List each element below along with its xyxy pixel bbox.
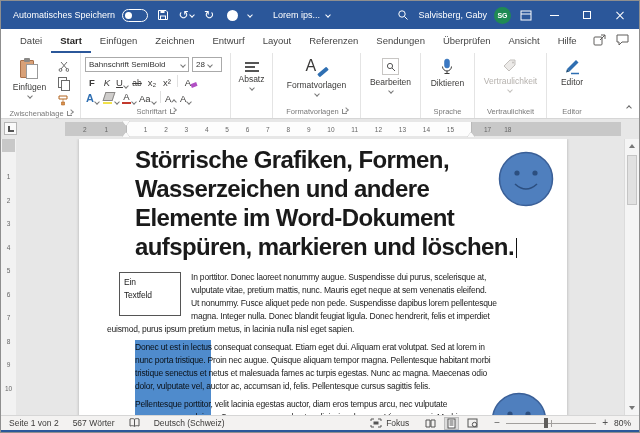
font-name-combobox[interactable]: Bahnschrift SemiBold bbox=[85, 57, 189, 72]
clipboard-dialog-launcher-icon[interactable] bbox=[67, 111, 72, 116]
zoom-slider-thumb[interactable] bbox=[544, 418, 548, 428]
status-bar: Seite 1 von 2 567 Wörter Deutsch (Schwei… bbox=[1, 415, 639, 430]
tab-referenzen[interactable]: Referenzen bbox=[300, 29, 367, 53]
focus-button[interactable]: Fokus bbox=[370, 418, 409, 428]
zoom-slider[interactable] bbox=[506, 423, 596, 424]
comment-icon[interactable] bbox=[616, 34, 629, 48]
paste-button[interactable]: Einfügen bbox=[7, 55, 53, 98]
editing-button[interactable]: Bearbeiten bbox=[364, 55, 417, 93]
format-painter-button[interactable] bbox=[52, 92, 74, 108]
language-indicator[interactable]: Deutsch (Schweiz) bbox=[154, 418, 225, 428]
tab-sendungen[interactable]: Sendungen bbox=[367, 29, 434, 53]
shrink-font-button[interactable]: A bbox=[179, 90, 193, 104]
ruler-text-area: 123456789101112131415 bbox=[126, 122, 472, 136]
tab-ueberpruefen[interactable]: Überprüfen bbox=[434, 29, 500, 53]
underline-button[interactable]: U bbox=[115, 74, 129, 88]
grow-font-button[interactable]: A bbox=[164, 90, 178, 104]
speech-group: Diktieren Sprache bbox=[421, 53, 475, 118]
paragraph-button[interactable]: Absatz bbox=[233, 55, 271, 90]
right-indent-marker[interactable] bbox=[467, 132, 475, 137]
zoom-in-button[interactable]: + bbox=[602, 418, 608, 428]
qat-overflow-icon[interactable] bbox=[247, 12, 253, 18]
clipboard-group-label: Zwischenablage bbox=[3, 108, 78, 118]
editor-button[interactable]: Editor bbox=[555, 55, 589, 87]
autosave-toggle[interactable] bbox=[122, 9, 148, 22]
focus-label: Fokus bbox=[386, 418, 409, 428]
clear-formatting-button[interactable]: A bbox=[181, 74, 195, 88]
hanging-indent-marker[interactable] bbox=[122, 132, 130, 137]
dictate-button[interactable]: Diktieren bbox=[425, 55, 471, 88]
document-page[interactable]: Störrische Grafiken, Formen, Wasserzeich… bbox=[79, 139, 567, 415]
web-layout-icon bbox=[467, 418, 478, 428]
search-icon[interactable] bbox=[395, 6, 411, 24]
underline-dropdown-icon bbox=[123, 83, 129, 89]
close-icon bbox=[615, 10, 625, 20]
user-avatar[interactable]: SG bbox=[494, 7, 511, 24]
print-layout-button[interactable] bbox=[444, 417, 459, 430]
word-count[interactable]: 567 Wörter bbox=[73, 418, 115, 428]
web-layout-button[interactable] bbox=[465, 417, 480, 430]
tab-stop-selector[interactable] bbox=[4, 122, 17, 135]
document-title[interactable]: Lorem ips... bbox=[273, 10, 330, 20]
subscript-button[interactable]: x₂ bbox=[145, 74, 159, 88]
zoom-level[interactable]: 80% bbox=[614, 418, 631, 428]
vertical-scrollbar[interactable] bbox=[624, 139, 639, 415]
vertical-ruler[interactable]: 12345678910 bbox=[1, 139, 16, 415]
zoom-out-button[interactable]: − bbox=[494, 418, 500, 428]
undo-icon[interactable]: ↺ bbox=[178, 6, 194, 24]
minimize-icon bbox=[550, 15, 559, 16]
first-line-indent-marker[interactable] bbox=[122, 121, 130, 126]
sensitivity-dropdown-icon bbox=[508, 87, 514, 93]
highlight-button[interactable] bbox=[101, 90, 120, 104]
smiley-shape-top[interactable] bbox=[498, 151, 554, 207]
user-name[interactable]: Salvisberg, Gaby bbox=[418, 10, 487, 20]
text-box[interactable]: Ein Textfeld bbox=[119, 272, 181, 316]
styles-dialog-launcher-icon[interactable] bbox=[342, 109, 347, 114]
save-icon[interactable] bbox=[155, 6, 171, 24]
editing-group: Bearbeiten bbox=[361, 53, 421, 118]
ink-circle-icon[interactable] bbox=[224, 6, 240, 24]
tab-datei[interactable]: Datei bbox=[11, 29, 51, 53]
tab-start[interactable]: Start bbox=[51, 29, 91, 53]
strikethrough-button[interactable]: ab bbox=[130, 74, 144, 88]
scroll-down-button[interactable] bbox=[625, 401, 639, 415]
collapse-ribbon-button[interactable] bbox=[627, 96, 631, 114]
cut-button[interactable] bbox=[52, 58, 74, 74]
tab-einfuegen[interactable]: Einfügen bbox=[91, 29, 147, 53]
sensitivity-button[interactable]: Vertraulichkeit bbox=[478, 55, 543, 92]
scrollbar-thumb[interactable] bbox=[627, 155, 637, 205]
tab-ansicht[interactable]: Ansicht bbox=[499, 29, 548, 53]
tab-zeichnen[interactable]: Zeichnen bbox=[146, 29, 203, 53]
italic-button[interactable]: K bbox=[100, 74, 114, 88]
close-button[interactable] bbox=[607, 4, 633, 26]
tab-layout[interactable]: Layout bbox=[254, 29, 301, 53]
tab-entwurf[interactable]: Entwurf bbox=[203, 29, 253, 53]
document-heading[interactable]: Störrische Grafiken, Formen, Wasserzeich… bbox=[135, 145, 559, 261]
share-icon[interactable] bbox=[593, 34, 606, 48]
clipboard-icon bbox=[20, 58, 40, 80]
superscript-button[interactable]: x² bbox=[160, 74, 174, 88]
font-color-button[interactable]: A bbox=[121, 90, 137, 104]
redo-icon[interactable]: ↻ bbox=[201, 6, 217, 24]
smiley-shape-bottom[interactable] bbox=[491, 392, 547, 415]
styles-button[interactable]: A Formatvorlagen bbox=[281, 55, 353, 96]
font-dialog-launcher-icon[interactable] bbox=[170, 109, 175, 114]
tab-hilfe[interactable]: Hilfe bbox=[549, 29, 586, 53]
maximize-button[interactable] bbox=[574, 4, 600, 26]
ruler-left-margin: 21 bbox=[65, 122, 126, 136]
scroll-up-button[interactable] bbox=[625, 139, 639, 153]
ribbon-tab-bar: Datei Start Einfügen Zeichnen Entwurf La… bbox=[1, 29, 639, 53]
ribbon-display-options-icon[interactable] bbox=[518, 6, 534, 24]
horizontal-ruler[interactable]: 21 123456789101112131415 1718 bbox=[65, 122, 621, 136]
page-indicator[interactable]: Seite 1 von 2 bbox=[9, 418, 59, 428]
read-mode-button[interactable] bbox=[423, 417, 438, 430]
minimize-button[interactable] bbox=[541, 4, 567, 26]
copy-button[interactable] bbox=[52, 75, 74, 91]
bold-button[interactable]: F bbox=[85, 74, 99, 88]
font-size-combobox[interactable]: 28 bbox=[192, 57, 222, 72]
text-effects-button[interactable]: A bbox=[85, 90, 100, 104]
proofing-button[interactable] bbox=[129, 418, 140, 428]
paragraph-1[interactable]: Ein Textfeld In porttitor. Donec laoreet… bbox=[107, 271, 559, 336]
document-canvas: 12345678910 Störrische Grafiken, Formen,… bbox=[1, 139, 639, 415]
change-case-button[interactable]: Aa bbox=[138, 90, 157, 104]
